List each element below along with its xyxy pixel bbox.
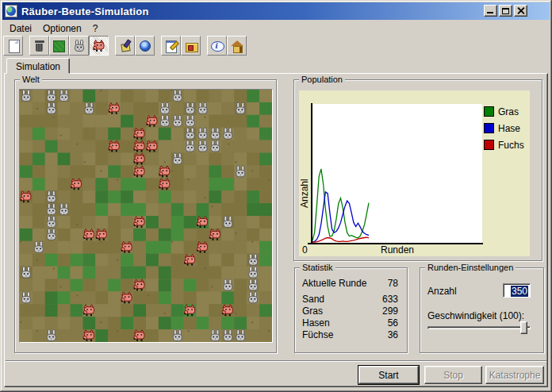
trash-icon — [33, 40, 46, 52]
grass-tile-icon — [53, 40, 65, 52]
paint-icon — [119, 40, 132, 52]
anzahl-input[interactable]: 350 — [503, 283, 531, 298]
toolbar-button-globe[interactable] — [135, 36, 155, 56]
welt-group-label: Welt — [20, 74, 42, 85]
runden-einstellungen-group-label: Runden-Einstellungen — [425, 262, 516, 273]
close-icon — [516, 7, 525, 14]
origin-label: 0 — [302, 244, 308, 256]
window-title: Räuber-Beute-Simulation — [21, 6, 149, 17]
toolbar-group — [115, 36, 155, 56]
new-document-icon — [7, 40, 20, 52]
footer-divider — [6, 360, 546, 362]
toolbar-button-new-document[interactable] — [3, 36, 23, 56]
plot-lines — [312, 104, 482, 243]
toolbar-button-home[interactable] — [227, 36, 247, 56]
stat-row-sand: Sand633 — [302, 294, 398, 306]
stop-button: Stop — [424, 366, 482, 384]
minimize-button[interactable] — [484, 5, 497, 17]
stat-label: Sand — [302, 294, 324, 305]
anzahl-label: Anzahl — [427, 286, 457, 297]
stat-row-gras: Gras299 — [302, 306, 398, 317]
runden-einstellungen-group: Runden-Einstellungen Anzahl 350 Geschwin… — [420, 267, 544, 353]
stat-value: 56 — [388, 317, 398, 329]
toolbar-button-folder[interactable] — [181, 36, 201, 56]
stat-value: 633 — [382, 294, 398, 305]
statistik-group-label: Statistik — [300, 262, 335, 273]
x-axis-label: Runden — [312, 244, 482, 256]
start-button[interactable]: Start — [358, 366, 419, 384]
legend-label: Fuchs — [498, 140, 524, 151]
tab-label: Simulation — [16, 61, 60, 72]
legend-label: Hase — [498, 123, 520, 134]
app-window: Räuber-Beute-Simulation DateiOptionen? S… — [0, 0, 552, 392]
edit-icon — [165, 40, 178, 52]
toolbar-group — [3, 36, 23, 56]
speed-slider-track[interactable] — [427, 326, 531, 329]
tab-simulation[interactable]: Simulation — [6, 58, 70, 74]
toolbar-button-edit[interactable] — [161, 36, 181, 56]
toolbar-button-paint[interactable] — [115, 36, 135, 56]
speed-slider[interactable] — [427, 321, 531, 335]
fox-icon — [93, 40, 105, 52]
chart-legend: GrasHaseFuchs — [484, 103, 524, 153]
speed-slider-thumb[interactable] — [520, 321, 527, 334]
stat-label: Hasen — [302, 317, 330, 329]
stat-label: Füchse — [302, 329, 333, 340]
home-icon — [231, 40, 243, 52]
menu-item-optionen[interactable]: Optionen — [37, 21, 87, 36]
statistik-group: Statistik Aktuelle Runde78Sand633Gras299… — [294, 267, 408, 353]
population-chart: Anzahl 0 Runden GrasHaseFuchs — [299, 90, 530, 256]
menu-item-hilfe[interactable]: ? — [87, 21, 104, 36]
legend-item-hase: Hase — [484, 120, 524, 136]
globe-icon — [140, 40, 151, 52]
geschwindigkeit-label: Geschwindigkeit (100): — [427, 310, 524, 321]
plot-area — [312, 104, 482, 243]
toolbar-button-info[interactable] — [207, 36, 227, 56]
maximize-button[interactable] — [499, 5, 512, 17]
population-group-label: Population — [299, 74, 345, 85]
world-canvas[interactable] — [19, 89, 273, 343]
stat-row-aktuelle-runde: Aktuelle Runde78 — [302, 278, 398, 290]
y-axis — [311, 103, 312, 244]
stat-row-f-chse: Füchse36 — [302, 329, 398, 341]
legend-swatch-hase — [484, 123, 494, 133]
legend-swatch-fuchs — [484, 140, 494, 150]
toolbar-button-rabbit[interactable] — [69, 36, 89, 56]
menubar: DateiOptionen? — [2, 20, 550, 37]
titlebar[interactable]: Räuber-Beute-Simulation — [2, 2, 550, 20]
stat-value: 36 — [388, 329, 398, 340]
info-icon — [211, 40, 224, 52]
maximize-icon — [502, 8, 509, 14]
close-button[interactable] — [514, 5, 527, 17]
toolbar-group — [29, 36, 109, 56]
stat-label: Gras — [302, 306, 323, 317]
toolbar-button-trash[interactable] — [29, 36, 49, 56]
toolbar-button-grass-tile[interactable] — [49, 36, 69, 56]
legend-item-fuchs: Fuchs — [484, 136, 524, 153]
legend-item-gras: Gras — [484, 103, 524, 120]
minimize-icon — [487, 12, 493, 13]
toolbar-group — [207, 36, 247, 56]
app-icon — [5, 5, 17, 17]
y-axis-label: Anzahl — [299, 162, 311, 225]
toolbar — [2, 35, 550, 56]
stat-label: Aktuelle Runde — [302, 278, 366, 289]
population-group: Population Anzahl 0 Runden GrasHaseFuchs — [293, 79, 542, 261]
anzahl-value: 350 — [511, 286, 528, 297]
stat-value: 78 — [388, 278, 398, 289]
stat-row-hasen: Hasen56 — [302, 317, 398, 329]
folder-icon — [185, 40, 197, 52]
toolbar-group — [161, 36, 201, 56]
toolbar-button-fox[interactable] — [89, 36, 109, 56]
legend-label: Gras — [498, 106, 519, 117]
stat-value: 299 — [382, 306, 398, 317]
globe-icon — [6, 6, 16, 16]
legend-swatch-gras — [484, 106, 494, 117]
rabbit-icon — [73, 40, 86, 52]
menu-item-datei[interactable]: Datei — [4, 21, 37, 36]
katastrophe-button: Katastrophe — [485, 366, 544, 384]
